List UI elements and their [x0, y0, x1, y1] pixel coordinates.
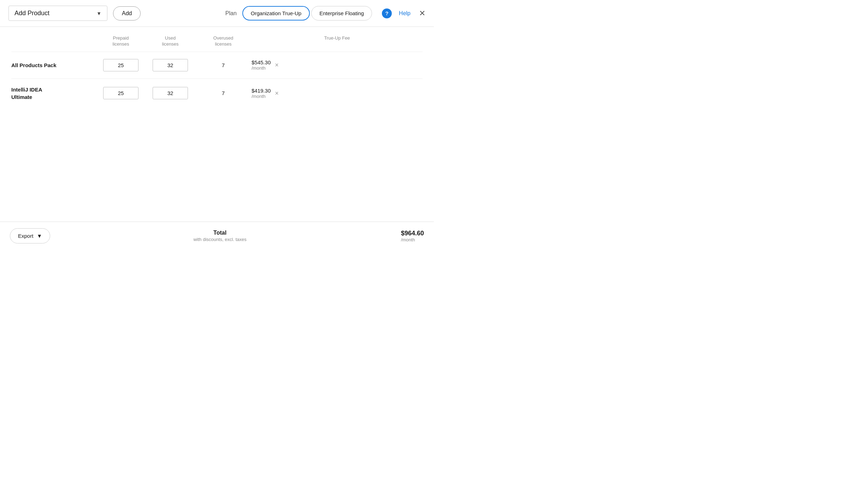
fee-cell-1: $545.30 /month ×: [252, 59, 423, 71]
prepaid-input-intellij[interactable]: [96, 87, 146, 99]
fee-cell-2: $419.30 /month ×: [252, 88, 423, 99]
col-product: [11, 35, 96, 47]
fee-period-1: /month: [252, 65, 266, 71]
plan-tabs: Organization True-Up Enterprise Floating: [242, 6, 372, 20]
close-button[interactable]: ✕: [419, 9, 425, 18]
export-label: Export: [18, 233, 33, 239]
remove-button-2[interactable]: ×: [275, 90, 279, 96]
total-sub: with discounts, excl. taxes: [193, 237, 246, 242]
tab-organization-true-up[interactable]: Organization True-Up: [242, 6, 310, 20]
chevron-down-icon: ▼: [96, 11, 101, 16]
header: Add Product ▼ Add Plan Organization True…: [0, 0, 434, 27]
footer: Export ▼ Total with discounts, excl. tax…: [0, 222, 434, 250]
prepaid-input-all-products[interactable]: [96, 59, 146, 71]
used-licenses-input-2[interactable]: [153, 87, 188, 99]
main-content: Prepaidlicenses Usedlicenses Overusedlic…: [0, 27, 434, 116]
col-trueup-fee: True-Up Fee: [252, 35, 423, 47]
help-icon[interactable]: ?: [382, 8, 392, 18]
add-button[interactable]: Add: [113, 6, 141, 20]
add-product-label: Add Product: [14, 10, 49, 17]
used-input-all-products[interactable]: [146, 59, 195, 71]
remove-button-1[interactable]: ×: [275, 62, 279, 68]
product-name-all-products: All Products Pack: [11, 61, 96, 69]
table-row: IntelliJ IDEAUltimate 7 $419.30 /month ×: [11, 78, 423, 108]
prepaid-licenses-input-2[interactable]: [103, 87, 138, 99]
col-prepaid-licenses: Prepaidlicenses: [96, 35, 146, 47]
prepaid-licenses-input-1[interactable]: [103, 59, 138, 71]
col-overused-licenses: Overusedlicenses: [195, 35, 252, 47]
table-row: All Products Pack 7 $545.30 /month ×: [11, 52, 423, 78]
total-section: Total with discounts, excl. taxes: [193, 230, 246, 242]
add-product-dropdown[interactable]: Add Product ▼: [8, 6, 107, 21]
col-used-licenses: Usedlicenses: [146, 35, 195, 47]
overused-count-2: 7: [195, 90, 252, 96]
total-amount-period: /month: [401, 237, 415, 242]
used-input-intellij[interactable]: [146, 87, 195, 99]
export-dropdown[interactable]: Export ▼: [10, 228, 50, 243]
fee-period-2: /month: [252, 94, 266, 99]
total-amount-section: $964.60 /month: [390, 230, 424, 242]
product-name-intellij: IntelliJ IDEAUltimate: [11, 86, 96, 101]
help-link[interactable]: Help: [399, 10, 411, 17]
overused-count-1: 7: [195, 62, 252, 68]
chevron-down-icon: ▼: [37, 233, 42, 239]
total-label: Total: [193, 230, 246, 236]
total-amount: $964.60: [401, 230, 424, 237]
used-licenses-input-1[interactable]: [153, 59, 188, 71]
fee-amount-2: $419.30: [252, 88, 271, 94]
tab-enterprise-floating[interactable]: Enterprise Floating: [311, 6, 372, 20]
fee-amount-1: $545.30: [252, 59, 271, 65]
table-header: Prepaidlicenses Usedlicenses Overusedlic…: [11, 35, 423, 52]
plan-label: Plan: [225, 10, 237, 17]
